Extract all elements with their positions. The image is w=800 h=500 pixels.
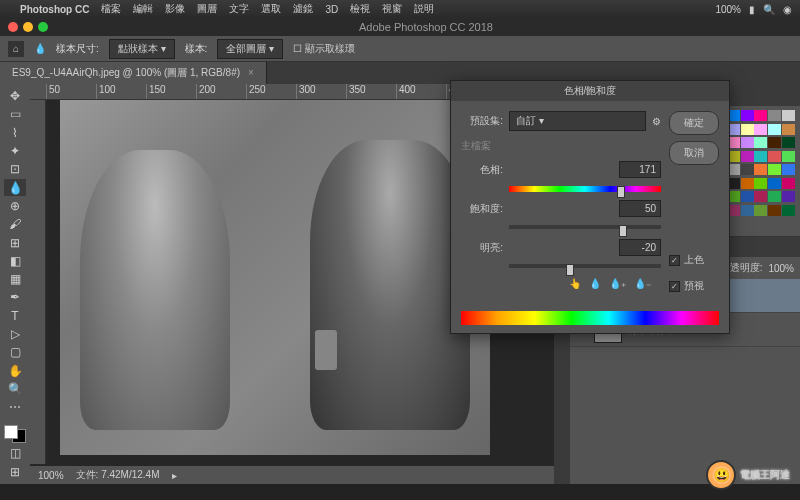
chevron-right-icon[interactable]: ▸ — [172, 470, 177, 481]
eyedropper-sub-icon[interactable]: 💧₋ — [634, 278, 651, 289]
color-swatches[interactable] — [4, 425, 26, 443]
opacity-value[interactable]: 100% — [768, 263, 794, 274]
ok-button[interactable]: 確定 — [669, 111, 719, 135]
edit-toolbar[interactable]: ⋯ — [4, 399, 26, 415]
menu-image[interactable]: 影像 — [165, 2, 185, 16]
swatch[interactable] — [782, 191, 795, 202]
menu-help[interactable]: 説明 — [414, 2, 434, 16]
swatch[interactable] — [754, 110, 767, 121]
swatch[interactable] — [754, 178, 767, 189]
stamp-tool[interactable]: ⊞ — [4, 234, 26, 250]
swatch[interactable] — [782, 124, 795, 135]
siri-icon[interactable]: ◉ — [783, 4, 792, 15]
swatch[interactable] — [741, 191, 754, 202]
quickmask-icon[interactable]: ◫ — [4, 445, 26, 461]
swatch[interactable] — [754, 191, 767, 202]
swatch[interactable] — [782, 137, 795, 148]
document-tab[interactable]: ES9_Q_-U4AAirQh.jpeg @ 100% (圖層 1, RGB/8… — [0, 62, 267, 84]
hue-saturation-dialog[interactable]: 色相/飽和度 預設集: 自訂 ▾ ⚙ 主檔案 色相: 171 飽和度: 50 — [450, 80, 730, 334]
swatch[interactable] — [768, 164, 781, 175]
close-icon[interactable] — [8, 22, 18, 32]
swatch[interactable] — [782, 205, 795, 216]
hand-tool[interactable]: ✋ — [4, 362, 26, 378]
swatch[interactable] — [741, 178, 754, 189]
dialog-title[interactable]: 色相/飽和度 — [451, 81, 729, 101]
shape-tool[interactable]: ▢ — [4, 344, 26, 360]
minimize-icon[interactable] — [23, 22, 33, 32]
swatch[interactable] — [768, 137, 781, 148]
swatch[interactable] — [782, 110, 795, 121]
swatch[interactable] — [754, 137, 767, 148]
doc-size[interactable]: 文件: 7.42M/12.4M — [76, 468, 160, 482]
menu-filter[interactable]: 濾鏡 — [293, 2, 313, 16]
menu-select[interactable]: 選取 — [261, 2, 281, 16]
swatch[interactable] — [741, 110, 754, 121]
eyedropper-icon[interactable]: 💧 — [589, 278, 601, 289]
master-label[interactable]: 主檔案 — [461, 139, 491, 153]
lightness-input[interactable]: -20 — [619, 239, 661, 256]
hue-input[interactable]: 171 — [619, 161, 661, 178]
zoom-level[interactable]: 100% — [38, 470, 64, 481]
wand-tool[interactable]: ✦ — [4, 143, 26, 159]
swatch[interactable] — [741, 205, 754, 216]
swatch[interactable] — [768, 205, 781, 216]
eraser-tool[interactable]: ◧ — [4, 253, 26, 269]
swatch[interactable] — [768, 191, 781, 202]
app-name[interactable]: Photoshop CC — [20, 4, 89, 15]
eyedropper-tool[interactable]: 💧 — [4, 179, 26, 195]
pen-tool[interactable]: ✒ — [4, 289, 26, 305]
foreground-color[interactable] — [4, 425, 18, 439]
move-tool[interactable]: ✥ — [4, 88, 26, 104]
type-tool[interactable]: T — [4, 308, 26, 324]
swatch[interactable] — [754, 151, 767, 162]
menu-window[interactable]: 視窗 — [382, 2, 402, 16]
show-ring-checkbox[interactable]: ☐ 顯示取樣環 — [293, 42, 355, 56]
lightness-slider[interactable] — [509, 264, 661, 276]
menu-edit[interactable]: 編輯 — [133, 2, 153, 16]
saturation-input[interactable]: 50 — [619, 200, 661, 217]
lasso-tool[interactable]: ⌇ — [4, 125, 26, 141]
swatch[interactable] — [782, 178, 795, 189]
preset-select[interactable]: 自訂 ▾ — [509, 111, 646, 131]
swatch[interactable] — [754, 124, 767, 135]
gear-icon[interactable]: ⚙ — [652, 116, 661, 127]
swatch[interactable] — [754, 205, 767, 216]
swatch[interactable] — [768, 151, 781, 162]
swatch[interactable] — [754, 164, 767, 175]
swatch[interactable] — [741, 137, 754, 148]
zoom-tool[interactable]: 🔍 — [4, 381, 26, 397]
preview-checkbox[interactable]: ✓預視 — [669, 279, 719, 293]
brush-tool[interactable]: 🖌 — [4, 216, 26, 232]
crop-tool[interactable]: ⊡ — [4, 161, 26, 177]
swatch[interactable] — [768, 178, 781, 189]
close-tab-icon[interactable]: × — [248, 67, 254, 78]
menu-file[interactable]: 檔案 — [101, 2, 121, 16]
cancel-button[interactable]: 取消 — [669, 141, 719, 165]
gradient-tool[interactable]: ▦ — [4, 271, 26, 287]
swatch[interactable] — [782, 151, 795, 162]
home-icon[interactable]: ⌂ — [8, 41, 24, 57]
ruler-vertical[interactable] — [30, 100, 46, 464]
menu-3d[interactable]: 3D — [325, 4, 338, 15]
sample-select[interactable]: 全部圖層 ▾ — [217, 39, 283, 59]
swatch[interactable] — [768, 124, 781, 135]
path-tool[interactable]: ▷ — [4, 326, 26, 342]
eyedropper-add-icon[interactable]: 💧₊ — [609, 278, 626, 289]
swatch[interactable] — [768, 110, 781, 121]
swatch[interactable] — [782, 164, 795, 175]
colorize-checkbox[interactable]: ✓上色 — [669, 253, 719, 267]
heal-tool[interactable]: ⊕ — [4, 198, 26, 214]
hue-slider[interactable] — [509, 186, 661, 198]
marquee-tool[interactable]: ▭ — [4, 106, 26, 122]
swatch[interactable] — [741, 151, 754, 162]
menu-view[interactable]: 檢視 — [350, 2, 370, 16]
swatch[interactable] — [741, 124, 754, 135]
zoom-icon[interactable] — [38, 22, 48, 32]
menu-layer[interactable]: 圖層 — [197, 2, 217, 16]
saturation-slider[interactable] — [509, 225, 661, 237]
finger-icon[interactable]: 👆 — [569, 278, 581, 289]
menu-type[interactable]: 文字 — [229, 2, 249, 16]
canvas[interactable] — [60, 100, 490, 455]
sample-size-select[interactable]: 點狀樣本 ▾ — [109, 39, 175, 59]
search-icon[interactable]: 🔍 — [763, 4, 775, 15]
